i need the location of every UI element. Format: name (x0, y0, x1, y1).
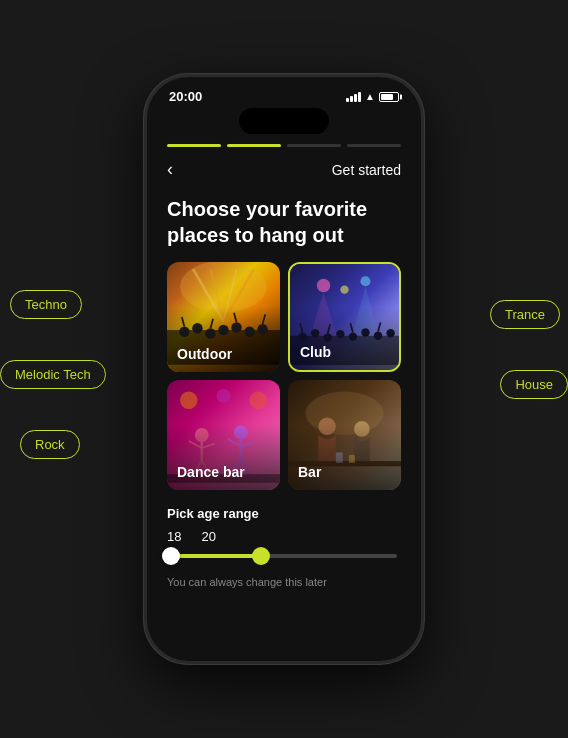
phone-body: 20:00 ▲ (144, 74, 424, 664)
slider-thumb-left[interactable] (162, 547, 180, 565)
place-card-club[interactable]: Club (288, 262, 401, 372)
age-slider-track[interactable] (171, 554, 397, 558)
dance-bar-label: Dance bar (177, 464, 245, 480)
outdoor-label: Outdoor (177, 346, 232, 362)
bar-overlay: Bar (288, 380, 401, 490)
progress-dot-2 (227, 144, 281, 147)
status-time: 20:00 (169, 89, 202, 104)
get-started-label: Get started (332, 162, 401, 178)
bar-label: Bar (298, 464, 321, 480)
age-max-value: 20 (201, 529, 215, 544)
club-overlay: Club (290, 264, 399, 370)
genre-pill-house[interactable]: House (500, 370, 568, 399)
back-button[interactable]: ‹ (167, 159, 173, 180)
place-card-dance-bar[interactable]: Dance bar (167, 380, 280, 490)
wifi-icon: ▲ (365, 91, 375, 102)
club-label: Club (300, 344, 331, 360)
slider-thumb-right[interactable] (252, 547, 270, 565)
age-range-section: Pick age range 18 20 (147, 490, 421, 564)
dynamic-island (239, 108, 329, 134)
status-bar: 20:00 ▲ (147, 77, 421, 108)
place-card-outdoor[interactable]: Outdoor (167, 262, 280, 372)
battery-icon (379, 92, 399, 102)
age-range-label: Pick age range (167, 506, 401, 521)
phone-frame: 20:00 ▲ (144, 74, 424, 664)
age-min-value: 18 (167, 529, 181, 544)
place-card-bar[interactable]: Bar (288, 380, 401, 490)
genre-pill-trance[interactable]: Trance (490, 300, 560, 329)
age-values: 18 20 (167, 529, 401, 544)
change-later-note: You can always change this later (147, 564, 421, 594)
genre-pill-techno[interactable]: Techno (10, 290, 82, 319)
outdoor-overlay: Outdoor (167, 262, 280, 372)
progress-dot-4 (347, 144, 401, 147)
status-icons: ▲ (346, 91, 399, 102)
genre-pill-rock[interactable]: Rock (20, 430, 80, 459)
signal-icon (346, 92, 361, 102)
progress-dot-3 (287, 144, 341, 147)
page-title-section: Choose your favorite places to hang out (147, 188, 421, 262)
page-title: Choose your favorite places to hang out (167, 196, 401, 248)
progress-dot-1 (167, 144, 221, 147)
dance-bar-overlay: Dance bar (167, 380, 280, 490)
places-grid: Outdoor (147, 262, 421, 490)
page-header: ‹ Get started (147, 155, 421, 188)
genre-pill-melodic-tech[interactable]: Melodic Tech (0, 360, 106, 389)
progress-indicator (147, 140, 421, 155)
slider-fill (171, 554, 261, 558)
phone-screen: 20:00 ▲ (147, 77, 421, 661)
